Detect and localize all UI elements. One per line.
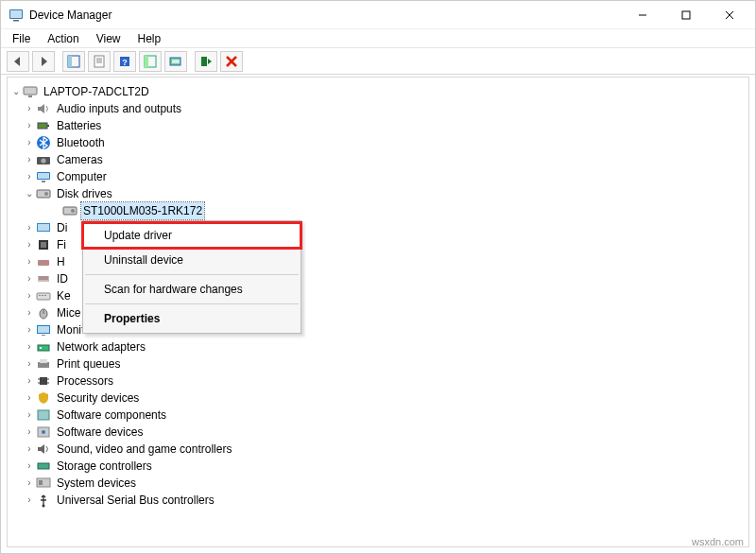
svg-rect-9 (94, 56, 104, 67)
tree-category-network[interactable]: › Network adapters (23, 338, 747, 355)
svg-rect-44 (37, 293, 50, 300)
svg-point-68 (43, 505, 45, 508)
window-minimize-button[interactable] (621, 1, 664, 29)
svg-rect-47 (44, 295, 46, 296)
hid-icon (36, 254, 51, 269)
disk-icon (36, 186, 51, 201)
context-separator (85, 274, 299, 275)
toolbar-enable-device-button[interactable] (195, 51, 217, 72)
svg-point-35 (71, 209, 75, 213)
chevron-right-icon[interactable]: › (23, 219, 36, 236)
chevron-right-icon[interactable]: › (23, 458, 36, 475)
chevron-right-icon[interactable]: › (23, 117, 36, 134)
tree-category-computer[interactable]: › Computer (23, 168, 747, 185)
chevron-right-icon[interactable]: › (23, 270, 36, 287)
system-icon (36, 476, 51, 491)
svg-text:?: ? (122, 57, 128, 66)
keyboard-icon (36, 288, 51, 303)
chevron-right-icon[interactable]: › (23, 134, 36, 151)
chevron-right-icon[interactable]: › (23, 372, 36, 390)
chevron-right-icon[interactable]: › (23, 492, 36, 509)
tree-category-bluetooth[interactable]: › Bluetooth (23, 134, 747, 151)
context-item-update-driver[interactable]: Update driver (83, 223, 301, 248)
chevron-down-icon[interactable]: ⌄ (9, 83, 23, 100)
menu-view[interactable]: View (89, 30, 129, 47)
chevron-right-icon[interactable]: › (23, 390, 36, 407)
toolbar-scan-hardware-button[interactable] (164, 51, 187, 72)
menu-help[interactable]: Help (130, 30, 169, 47)
toolbar-help-button[interactable]: ? (113, 51, 136, 72)
chevron-right-icon[interactable]: › (23, 475, 36, 492)
chevron-right-icon[interactable]: › (23, 236, 36, 253)
menubar: File Action View Help (1, 29, 755, 48)
svg-rect-53 (38, 345, 49, 351)
tree-category-processors[interactable]: › Processors (23, 372, 747, 390)
menu-file[interactable]: File (5, 30, 38, 47)
svg-rect-57 (40, 377, 47, 385)
tree-root[interactable]: ⌄ LAPTOP-7ADCLT2D (9, 83, 747, 100)
tree-category-audio[interactable]: › Audio inputs and outputs (23, 100, 747, 117)
chevron-right-icon[interactable]: › (23, 321, 36, 338)
tree-category-sw-devices[interactable]: › Software devices (23, 424, 747, 441)
svg-rect-52 (42, 335, 45, 336)
chevron-right-icon[interactable]: › (23, 253, 36, 270)
watermark: wsxdn.com (692, 536, 744, 547)
chevron-right-icon[interactable]: › (23, 424, 36, 441)
toolbar-back-button[interactable] (7, 51, 29, 72)
ide-icon (36, 271, 51, 286)
tree-category-printqueues[interactable]: › Print queues (23, 355, 747, 372)
svg-rect-31 (42, 181, 45, 182)
tree-category-security[interactable]: › Security devices (23, 390, 747, 407)
chevron-right-icon[interactable]: › (23, 304, 36, 321)
toolbar-forward-button[interactable] (32, 51, 55, 72)
chevron-down-icon[interactable]: ⌄ (23, 185, 36, 202)
firmware-icon (36, 237, 51, 252)
chevron-right-icon[interactable]: › (23, 168, 36, 185)
tree-category-sw-components[interactable]: › Software components (23, 407, 747, 424)
tree-category-disk-drives[interactable]: ⌄ Disk drives (23, 185, 747, 202)
tree-category-sound[interactable]: › Sound, video and game controllers (23, 441, 747, 458)
context-menu: Update driver Uninstall device Scan for … (82, 220, 301, 334)
speaker-icon (36, 101, 51, 116)
computer-icon (36, 169, 51, 184)
window-close-button[interactable] (708, 1, 751, 29)
context-item-properties[interactable]: Properties (83, 306, 301, 331)
toolbar-properties-button[interactable] (88, 51, 111, 72)
toolbar-uninstall-device-button[interactable] (220, 51, 243, 72)
svg-rect-16 (145, 56, 148, 67)
context-item-scan-hardware[interactable]: Scan for hardware changes (83, 277, 301, 302)
svg-rect-65 (38, 463, 49, 469)
security-icon (36, 390, 51, 406)
chevron-right-icon[interactable]: › (23, 407, 36, 424)
tree-category-system[interactable]: › System devices (23, 475, 747, 492)
chevron-right-icon[interactable]: › (23, 100, 36, 117)
chevron-right-icon[interactable]: › (23, 441, 36, 458)
tree-category-cameras[interactable]: › Cameras (23, 151, 747, 168)
svg-rect-19 (201, 57, 207, 66)
svg-rect-25 (47, 125, 49, 127)
chevron-right-icon[interactable]: › (23, 151, 36, 168)
toolbar: ? (1, 48, 755, 75)
svg-rect-67 (39, 480, 43, 485)
context-item-uninstall-device[interactable]: Uninstall device (83, 248, 301, 272)
chevron-right-icon[interactable]: › (23, 338, 36, 355)
menu-action[interactable]: Action (40, 30, 86, 47)
network-icon (36, 339, 51, 355)
usb-icon (36, 493, 51, 508)
printer-icon (36, 356, 51, 372)
toolbar-update-driver-button[interactable] (139, 51, 162, 72)
tree-category-storage[interactable]: › Storage controllers (23, 458, 747, 475)
toolbar-show-tree-button[interactable] (62, 51, 85, 72)
monitor-icon (36, 322, 51, 338)
window-maximize-button[interactable] (664, 1, 708, 29)
svg-rect-30 (38, 173, 49, 179)
svg-rect-18 (172, 60, 180, 63)
tree-category-batteries[interactable]: › Batteries (23, 117, 747, 134)
tree-item-disk-st1000[interactable]: ST1000LM035-1RK172 (49, 202, 747, 219)
svg-point-28 (41, 158, 45, 163)
chevron-right-icon[interactable]: › (23, 287, 36, 304)
tree-category-usb[interactable]: › Universal Serial Bus controllers (23, 492, 747, 509)
chevron-right-icon[interactable]: › (23, 355, 36, 372)
svg-rect-39 (41, 242, 46, 248)
software-device-icon (36, 424, 51, 440)
